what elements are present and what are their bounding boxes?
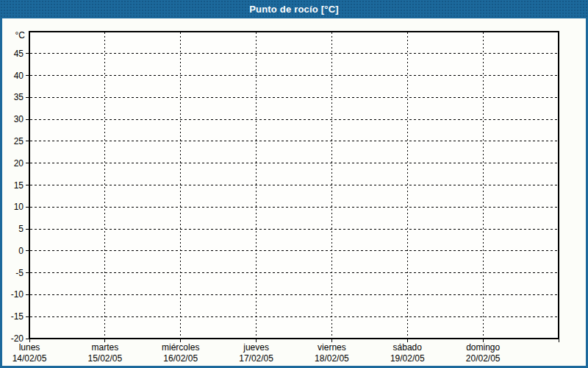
plot-background [30, 32, 558, 338]
y-axis-label: 5 [18, 224, 24, 234]
y-axis-label: 45 [14, 49, 24, 59]
y-axis-label: 25 [14, 136, 24, 146]
y-axis-label: 15 [14, 180, 24, 191]
chart-plot: °C454035302520151050-5-10-15-20lunes14/0… [2, 18, 586, 366]
x-axis-day-label: domingo [466, 342, 500, 353]
y-axis-label: 30 [14, 114, 24, 124]
x-axis-day-label: viernes [318, 342, 346, 353]
x-axis-date-label: 15/02/05 [87, 353, 122, 364]
y-axis-label: 35 [14, 92, 24, 102]
x-axis-day-label: martes [92, 342, 119, 353]
x-axis-date-label: 17/02/05 [239, 353, 273, 364]
y-axis-label: 20 [14, 158, 24, 169]
chart-title: Punto de rocío [°C] [249, 4, 339, 15]
chart-window: Punto de rocío [°C] °C454035302520151050… [0, 0, 588, 368]
x-axis-date-label: 16/02/05 [163, 353, 198, 364]
y-axis-label: 10 [14, 202, 24, 212]
y-axis-label: -10 [11, 289, 24, 300]
title-bar: Punto de rocío [°C] [0, 0, 588, 18]
y-axis-label: 0 [18, 246, 24, 256]
y-axis-label: -5 [15, 268, 24, 278]
x-axis-day-label: jueves [243, 342, 269, 353]
x-axis-day-label: lunes [19, 342, 40, 353]
x-axis-date-label: 19/02/05 [390, 353, 425, 364]
x-axis-day-label: miércoles [162, 342, 199, 353]
y-axis-label: 40 [14, 71, 24, 81]
y-axis-unit-label: °C [15, 30, 26, 40]
chart-area: °C454035302520151050-5-10-15-20lunes14/0… [2, 18, 586, 366]
x-axis-date-label: 14/02/05 [12, 353, 47, 364]
y-axis-label: -15 [11, 311, 24, 322]
x-axis-day-label: sábado [393, 342, 423, 353]
x-axis-date-label: 18/02/05 [315, 353, 349, 364]
x-axis-date-label: 20/02/05 [466, 353, 501, 364]
